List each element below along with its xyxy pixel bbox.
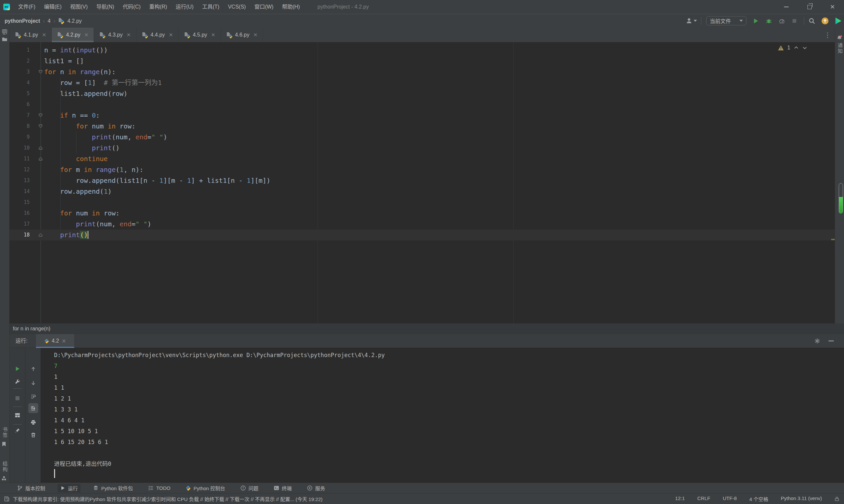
- status-item[interactable]: 4 个空格: [750, 496, 769, 502]
- hide-panel-button[interactable]: [828, 341, 834, 341]
- menu-item[interactable]: 代码(C): [118, 0, 145, 14]
- fold-marker[interactable]: [38, 233, 43, 237]
- code-line[interactable]: 10 print(): [10, 143, 835, 154]
- inspection-widget[interactable]: 1: [778, 45, 807, 51]
- user-account-button[interactable]: [686, 17, 697, 24]
- fold-marker[interactable]: [38, 146, 43, 150]
- editor-tab[interactable]: 4.2.py ✕: [52, 28, 94, 42]
- menu-item[interactable]: 导航(N): [92, 0, 118, 14]
- clear-all-button[interactable]: [30, 432, 36, 438]
- close-icon[interactable]: ✕: [126, 32, 131, 38]
- lock-icon[interactable]: [834, 497, 839, 501]
- run-button[interactable]: [753, 18, 759, 24]
- update-available-button[interactable]: [821, 17, 829, 25]
- console-output[interactable]: D:\PycharmProjects\pythonProject\venv\Sc…: [40, 348, 844, 483]
- code-line[interactable]: 5 list1.append(row): [10, 88, 835, 99]
- status-item[interactable]: Python 3.11 (venv): [781, 496, 822, 502]
- code-line[interactable]: 3for n in range(n):: [10, 67, 835, 77]
- code-line[interactable]: 18 print(): [10, 230, 835, 240]
- soft-wrap-button[interactable]: [30, 394, 36, 399]
- debug-button[interactable]: [765, 17, 772, 24]
- editor-tab[interactable]: 4.4.py ✕: [137, 28, 179, 42]
- toolwindow-button-play[interactable]: 运行: [58, 484, 81, 492]
- run-configuration-select[interactable]: 当前文件: [706, 16, 746, 25]
- minimize-button[interactable]: [779, 0, 794, 14]
- menu-item[interactable]: 编辑(E): [39, 0, 66, 14]
- code-line[interactable]: 12 for m in range(1, n):: [10, 164, 835, 175]
- code-line[interactable]: 7 if n == 0:: [10, 110, 835, 121]
- scroll-to-end-button[interactable]: [28, 403, 38, 413]
- fold-marker[interactable]: [38, 70, 43, 74]
- code-line[interactable]: 6: [10, 99, 835, 110]
- code-line[interactable]: 13 row.append(list1[n - 1][m - 1] + list…: [10, 175, 835, 186]
- warning-stripe-mark[interactable]: [831, 239, 835, 240]
- breadcrumb-element[interactable]: for n in range(n): [13, 326, 50, 332]
- breadcrumb-folder[interactable]: 4: [48, 18, 51, 24]
- editor-tab[interactable]: 4.1.py ✕: [10, 28, 52, 42]
- menu-item[interactable]: 帮助(H): [278, 0, 304, 14]
- fold-marker[interactable]: [38, 157, 43, 161]
- down-stacktrace-button[interactable]: [30, 380, 36, 386]
- fold-marker[interactable]: [38, 113, 43, 118]
- structure-tool-button[interactable]: 结构: [1, 461, 8, 481]
- close-icon[interactable]: ✕: [253, 32, 258, 38]
- bookmarks-tool-button[interactable]: 书签: [1, 427, 8, 447]
- breadcrumb-project[interactable]: pythonProject: [5, 18, 40, 24]
- status-message[interactable]: 下载预构建共享索引: 使用预构建的Python 软件包共享索引减少索引时间和 C…: [13, 496, 323, 502]
- toolwindow-button-packages[interactable]: Python 软件包: [90, 484, 136, 492]
- close-icon[interactable]: ✕: [62, 338, 66, 344]
- close-icon[interactable]: ✕: [42, 32, 47, 38]
- editor-tab[interactable]: 4.6.py ✕: [221, 28, 263, 42]
- menu-item[interactable]: 视图(V): [66, 0, 92, 14]
- restore-layout-button[interactable]: [15, 412, 20, 418]
- memory-indicator[interactable]: [839, 183, 843, 214]
- status-item[interactable]: 12:1: [675, 496, 685, 502]
- close-icon[interactable]: ✕: [169, 32, 173, 38]
- menu-item[interactable]: 重构(R): [145, 0, 171, 14]
- menu-item[interactable]: 窗口(W): [250, 0, 278, 14]
- code-line[interactable]: 4 row = [1] # 第一行第一列为1: [10, 77, 835, 88]
- edit-run-config-button[interactable]: [15, 379, 20, 384]
- code-line[interactable]: 16 for num in row:: [10, 208, 835, 219]
- editor-tab[interactable]: 4.3.py ✕: [94, 28, 136, 42]
- fold-marker[interactable]: [38, 124, 43, 128]
- breadcrumb-file[interactable]: 4.2.py: [67, 18, 82, 24]
- run-settings-button[interactable]: [814, 338, 820, 344]
- toolwindow-button-python-console[interactable]: Python 控制台: [183, 484, 228, 492]
- toolwindow-button-services[interactable]: 服务: [304, 484, 328, 492]
- menu-item[interactable]: VCS(S): [224, 0, 250, 14]
- menu-item[interactable]: 运行(U): [171, 0, 198, 14]
- toolwindow-button-terminal[interactable]: 终端: [271, 484, 294, 492]
- toolwindow-button-problems[interactable]: 问题: [238, 484, 261, 492]
- code-line[interactable]: 1n = int(input()): [10, 45, 835, 56]
- editor-tab[interactable]: 4.5.py ✕: [179, 28, 221, 42]
- stop-button[interactable]: [792, 18, 797, 23]
- chevron-down-icon[interactable]: [802, 45, 807, 50]
- status-message-area[interactable]: 下载预构建共享索引: 使用预构建的Python 软件包共享索引减少索引时间和 C…: [4, 496, 675, 502]
- status-item[interactable]: CRLF: [697, 496, 710, 502]
- profiler-button[interactable]: [779, 18, 785, 24]
- editor-breadcrumb-bar[interactable]: for n in range(n): [10, 323, 844, 334]
- rerun-button[interactable]: [15, 366, 20, 372]
- pin-tab-button[interactable]: [15, 428, 20, 433]
- close-button[interactable]: ✕: [825, 0, 840, 14]
- code-line[interactable]: 9 print(num, end=" "): [10, 132, 835, 143]
- menu-item[interactable]: 工具(T): [198, 0, 224, 14]
- commit-tool-button[interactable]: [2, 29, 7, 35]
- up-stacktrace-button[interactable]: [30, 366, 36, 372]
- code-line[interactable]: 17 print(num, end=" "): [10, 219, 835, 230]
- stop-process-button[interactable]: [15, 396, 20, 401]
- status-item[interactable]: UTF-8: [723, 496, 737, 502]
- toolwindow-button-git-branch[interactable]: 版本控制: [15, 484, 48, 492]
- run-tab[interactable]: 4.2 ✕: [36, 334, 74, 348]
- code-line[interactable]: 14 row.append(1): [10, 186, 835, 197]
- toolwindow-button-todo[interactable]: TODO: [145, 484, 173, 492]
- menu-item[interactable]: 文件(F): [14, 0, 39, 14]
- print-button[interactable]: [30, 420, 36, 425]
- chevron-up-icon[interactable]: [794, 45, 799, 50]
- project-tool-button[interactable]: [2, 36, 7, 42]
- ide-promo-button[interactable]: [834, 17, 842, 25]
- code-line[interactable]: 15: [10, 197, 835, 208]
- search-everywhere-button[interactable]: [808, 17, 815, 24]
- restore-button[interactable]: [802, 0, 817, 14]
